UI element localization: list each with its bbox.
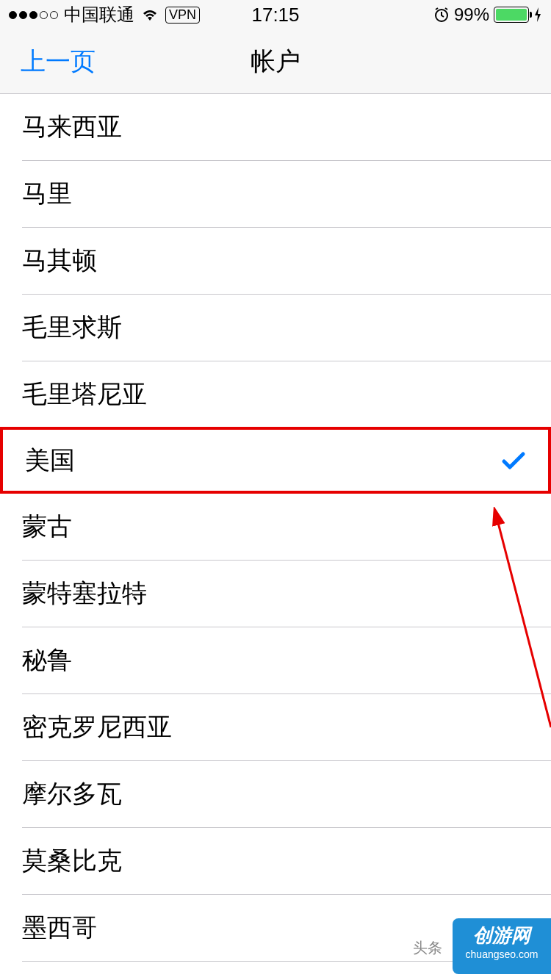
battery-percent: 99% (454, 4, 489, 25)
country-label: 蒙特塞拉特 (22, 577, 147, 610)
country-row[interactable]: 马其顿 (22, 228, 551, 295)
country-row[interactable]: 马里 (22, 161, 551, 228)
country-row[interactable]: 毛里塔尼亚 (22, 361, 551, 428)
page-title: 帐户 (251, 45, 300, 79)
check-icon (501, 448, 526, 473)
wifi-icon (140, 7, 159, 22)
country-label: 摩尔多瓦 (22, 777, 122, 811)
country-label: 马里 (22, 177, 72, 211)
country-row[interactable]: 美国 (0, 427, 551, 494)
country-label: 密克罗尼西亚 (22, 710, 172, 744)
country-label: 毛里塔尼亚 (22, 378, 147, 411)
country-row[interactable]: 马来西亚 (22, 94, 551, 161)
battery-icon (494, 7, 529, 23)
status-left: 中国联通 VPN (9, 3, 200, 26)
country-list[interactable]: 马来西亚马里马其顿毛里求斯毛里塔尼亚美国蒙古蒙特塞拉特秘鲁密克罗尼西亚摩尔多瓦莫… (0, 94, 551, 980)
status-right: 99% (433, 4, 542, 25)
country-label: 马来西亚 (22, 110, 122, 144)
country-row[interactable]: 摩尔多瓦 (22, 761, 551, 828)
carrier-label: 中国联通 (64, 3, 134, 26)
source-watermark: 头条 (413, 938, 442, 958)
country-label: 毛里求斯 (22, 311, 122, 345)
country-row[interactable]: 莫桑比克 (22, 828, 551, 895)
country-label: 美国 (25, 444, 75, 478)
watermark-url: chuangseo.com (458, 948, 545, 960)
country-label: 秘鲁 (22, 644, 72, 677)
signal-strength-icon (9, 11, 58, 19)
country-row[interactable]: 蒙特塞拉特 (22, 561, 551, 627)
country-label: 马其顿 (22, 244, 97, 278)
charging-icon (533, 7, 542, 23)
country-row[interactable]: 蒙古 (22, 494, 551, 561)
status-bar: 中国联通 VPN 17:15 99% (0, 0, 551, 29)
watermark-title: 创游网 (458, 923, 545, 948)
back-button[interactable]: 上一页 (0, 45, 96, 79)
navigation-bar: 上一页 帐户 (0, 29, 551, 94)
country-label: 墨西哥 (22, 911, 97, 945)
country-label: 莫桑比克 (22, 844, 122, 878)
site-watermark: 创游网 chuangseo.com (453, 918, 551, 974)
country-row[interactable]: 密克罗尼西亚 (22, 694, 551, 761)
country-row[interactable]: 毛里求斯 (22, 295, 551, 361)
country-row[interactable]: 秘鲁 (22, 627, 551, 694)
vpn-badge: VPN (165, 7, 200, 24)
alarm-icon (433, 7, 450, 23)
country-label: 蒙古 (22, 510, 72, 544)
status-time: 17:15 (251, 4, 299, 26)
